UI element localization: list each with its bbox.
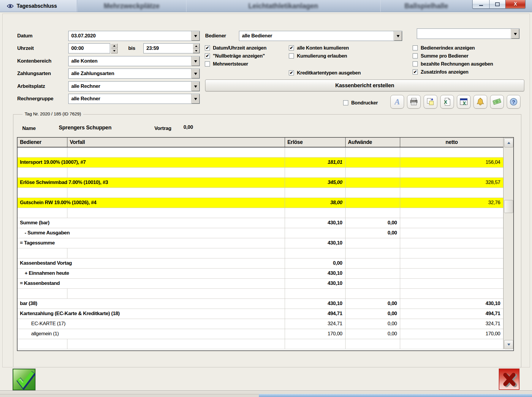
checkbox-checked-icon[interactable]: ✔	[205, 45, 210, 50]
table-row[interactable]: Summe (bar)430,100,00	[18, 218, 503, 228]
table-row-empty[interactable]	[18, 248, 503, 258]
cell-erloese	[285, 168, 345, 177]
scrollbar-thumb[interactable]	[504, 200, 513, 213]
column-header-erloese[interactable]: Erlöse	[285, 138, 345, 147]
arbeitsplatz-select[interactable]: alle Rechner	[68, 81, 200, 91]
cell-erloese: 181,01	[285, 158, 345, 167]
spin-down-icon[interactable]	[111, 48, 118, 53]
table-row-empty[interactable]	[18, 147, 503, 158]
checkbox-option[interactable]: ✔Datum/Uhrzeit anzeigen	[205, 44, 266, 52]
table-row-empty[interactable]	[18, 168, 503, 178]
checkbox-option[interactable]: Mehrwertsteuer	[205, 60, 266, 68]
table-row[interactable]: bar (38)430,100,00430,10	[18, 299, 503, 309]
dropdown-arrow-icon[interactable]	[394, 31, 402, 41]
table-row[interactable]: + Einnahmen heute430,10	[18, 269, 503, 279]
scroll-down-button[interactable]	[504, 340, 513, 349]
dropdown-arrow-icon[interactable]	[191, 56, 200, 66]
checkbox-checked-icon[interactable]: ✔	[289, 45, 294, 50]
cell-vorfall	[18, 289, 285, 298]
checkbox-option[interactable]: ✔alle Konten kumulieren	[289, 44, 361, 52]
tab-mehrzweckplaetze[interactable]: Mehrzweckplätze	[77, 0, 186, 12]
checkbox-option[interactable]: Summe pro Bediener	[413, 52, 493, 60]
cancel-button[interactable]	[499, 369, 520, 390]
uhrzeit-bis-input[interactable]: 23:59	[143, 43, 200, 53]
table-row[interactable]: Kassenbestand Vortag0,00	[18, 258, 503, 269]
dropdown-arrow-icon[interactable]	[191, 69, 200, 78]
dropdown-arrow-icon[interactable]	[191, 82, 200, 91]
table-row[interactable]: Kartenzahlung (EC-Karte & Kreditkarte) (…	[18, 309, 503, 319]
datum-select[interactable]: 03.07.2020	[68, 31, 200, 41]
checkbox-option[interactable]: ✔Zusatzinfos anzeigen	[413, 68, 493, 76]
export-button[interactable]	[424, 95, 437, 109]
rechnergruppe-select[interactable]: alle Rechner	[68, 94, 200, 104]
bondrucker-label: Bondrucker	[351, 100, 378, 106]
table-row-empty[interactable]	[18, 188, 503, 198]
dropdown-arrow-icon[interactable]	[191, 31, 200, 41]
bell-button[interactable]	[474, 95, 487, 109]
ok-button[interactable]	[12, 369, 36, 390]
zahlungsarten-select[interactable]: alle Zahlungsarten	[68, 69, 200, 79]
table-row-empty[interactable]	[18, 339, 503, 349]
table-row[interactable]: Gutschein RW 19.00% (10026), #438,0032,7…	[18, 198, 503, 208]
extra-select[interactable]	[417, 28, 520, 39]
kassenbericht-erstellen-button[interactable]: Kassenbericht erstellen	[205, 80, 524, 91]
excel-table-button[interactable]: X	[457, 95, 471, 109]
active-tab-tagesabschluss[interactable]: Tagesabschluss	[0, 0, 77, 12]
minimize-button[interactable]	[472, 0, 489, 9]
checkbox-checked-icon[interactable]: ✔	[289, 70, 294, 75]
excel-file-button[interactable]: X	[440, 95, 454, 109]
table-row[interactable]: - Summe Ausgaben0,00	[18, 228, 503, 238]
excel-file-icon: X	[443, 97, 452, 106]
font-button[interactable]: A	[390, 95, 404, 109]
uhrzeit-von-input[interactable]: 00:00	[68, 43, 110, 53]
spin-up-icon[interactable]	[111, 43, 118, 48]
checkbox-unchecked-icon[interactable]	[343, 100, 348, 105]
kontenbereich-select[interactable]: alle Konten	[68, 56, 200, 66]
checkbox-checked-icon[interactable]: ✔	[413, 69, 418, 74]
table-row-empty[interactable]	[18, 208, 503, 218]
column-header-vorfall[interactable]: Vorfall	[67, 138, 285, 147]
checkbox-option[interactable]: ✔"Nullbeträge anzeigen"	[205, 52, 266, 60]
checkbox-option[interactable]: bezahlte Rechnungen ausgeben	[413, 60, 493, 68]
spin-up-icon[interactable]	[193, 44, 200, 48]
arbeitsplatz-label: Arbeitsplatz	[17, 83, 45, 89]
cell-aufwaende	[345, 258, 400, 268]
checkbox-checked-icon[interactable]: ✔	[205, 53, 210, 58]
checkbox-unchecked-icon[interactable]	[413, 45, 418, 50]
print-button[interactable]	[407, 95, 421, 109]
table-row-empty[interactable]	[18, 289, 503, 299]
maximize-button[interactable]	[489, 0, 506, 9]
checkbox-unchecked-icon[interactable]	[413, 61, 418, 66]
cell-erloese: 38,00	[285, 198, 345, 208]
spin-down-icon[interactable]	[193, 48, 200, 53]
checkbox-unchecked-icon[interactable]	[205, 61, 210, 66]
checkbox-unchecked-icon[interactable]	[289, 53, 294, 58]
cell-vorfall	[18, 188, 285, 198]
table-row[interactable]: = Tagessumme430,10	[18, 238, 503, 248]
table-row[interactable]: allgemein (1)170,000,00170,00	[18, 329, 503, 339]
table-row[interactable]: EC-KARTE (17)324,710,00324,71	[18, 319, 503, 329]
tab-leichtathletikanlagen[interactable]: Leichtathletikanlagen	[186, 0, 381, 12]
dropdown-arrow-icon[interactable]	[511, 29, 519, 39]
table-row[interactable]: Erlöse Schwimmbad 7.00% (10010), #3345,0…	[18, 178, 503, 188]
close-button[interactable]: X	[506, 0, 525, 9]
cell-erloese: 430,10	[285, 269, 345, 278]
checkbox-unchecked-icon[interactable]	[413, 53, 418, 58]
vertical-scrollbar[interactable]	[503, 138, 513, 349]
checkbox-option[interactable]: ✔Kreditkartentypen ausgeben	[289, 69, 361, 77]
column-header-netto[interactable]: netto	[400, 138, 503, 147]
dropdown-arrow-icon[interactable]	[191, 94, 200, 104]
cell-erloese: 430,10	[285, 238, 345, 248]
help-button[interactable]: ?	[507, 95, 520, 109]
scroll-up-button[interactable]	[504, 138, 513, 147]
table-row[interactable]: = Kassenbestand430,10	[18, 279, 503, 289]
column-header-bediener[interactable]: Bediener	[18, 138, 67, 147]
tab-ballspielhalle[interactable]: Ballspielhalle	[380, 0, 472, 12]
table-row[interactable]: Intersport 19.00% (10007), #7181,01156,0…	[18, 158, 503, 168]
column-header-aufwaende[interactable]: Aufwände	[345, 138, 400, 147]
bondrucker-option[interactable]: Bondrucker	[343, 99, 378, 107]
money-button[interactable]	[490, 95, 504, 109]
bediener-select[interactable]: alle Bediener	[239, 31, 402, 41]
checkbox-option[interactable]: Bedienerindex anzeigen	[413, 44, 493, 52]
checkbox-option[interactable]: Kumulierung erlauben	[289, 52, 361, 60]
